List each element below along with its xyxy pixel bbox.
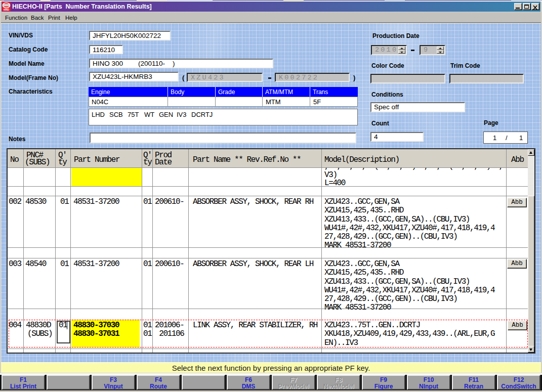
svg-text:HINO: HINO <box>4 9 10 11</box>
